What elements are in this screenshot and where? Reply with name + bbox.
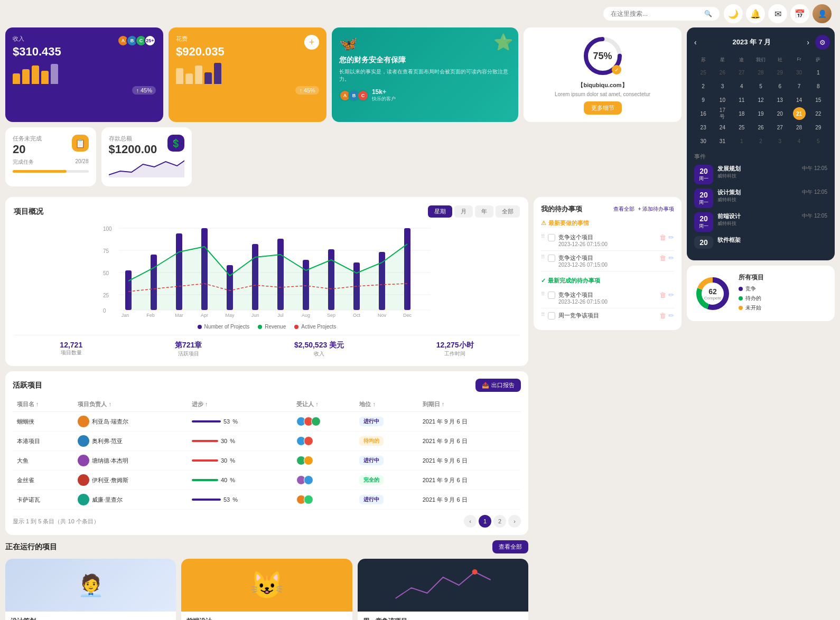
cal-day[interactable]: 19 xyxy=(754,107,767,120)
cal-day[interactable]: 12 xyxy=(754,93,767,106)
mail-button[interactable]: ✉ xyxy=(768,4,787,23)
cal-day[interactable]: 25 xyxy=(735,121,748,134)
cal-day-17[interactable]: 17号 xyxy=(716,107,729,120)
todo-checkbox-4[interactable] xyxy=(548,312,555,320)
cal-day[interactable]: 28 xyxy=(754,66,767,79)
cal-day[interactable]: 15 xyxy=(812,93,825,106)
edit-icon-4[interactable]: ✏ xyxy=(668,312,674,320)
drag-icon-1[interactable]: ⠿ xyxy=(541,233,545,239)
event-time-1: 中午 12:05 xyxy=(802,165,827,172)
user-avatar[interactable]: 👤 xyxy=(813,4,832,23)
cal-day[interactable]: 27 xyxy=(735,66,748,79)
cal-day[interactable]: 1 xyxy=(812,66,825,79)
cal-day[interactable]: 29 xyxy=(812,121,825,134)
cal-day[interactable]: 4 xyxy=(735,80,748,92)
drag-icon-4[interactable]: ⠿ xyxy=(541,312,545,317)
search-box[interactable]: 🔍 xyxy=(603,7,720,21)
edit-icon-2[interactable]: ✏ xyxy=(668,254,674,262)
donut-title: 所有项目 xyxy=(739,273,827,282)
col-status[interactable]: 地位 ↑ xyxy=(355,397,418,412)
edit-icon-1[interactable]: ✏ xyxy=(668,233,674,241)
cal-day[interactable]: 16 xyxy=(697,107,710,120)
cal-day[interactable]: 25 xyxy=(697,66,710,79)
tab-month[interactable]: 月 xyxy=(454,205,473,218)
dark-mode-toggle[interactable]: 🌙 xyxy=(724,4,743,23)
delete-icon-2[interactable]: 🗑 xyxy=(659,254,666,262)
tab-week[interactable]: 星期 xyxy=(428,205,452,218)
assignee-av xyxy=(304,495,313,504)
circle-detail-btn[interactable]: 更多细节 xyxy=(584,101,622,115)
cal-day[interactable]: 26 xyxy=(754,121,767,134)
page-2-btn[interactable]: 2 xyxy=(493,515,506,528)
cal-day[interactable]: 3 xyxy=(716,80,729,92)
donut-label-3: 未开始 xyxy=(745,304,761,312)
col-due[interactable]: 到期日 ↑ xyxy=(418,397,521,412)
drag-icon-3[interactable]: ⠿ xyxy=(541,291,545,297)
next-month-btn[interactable]: › xyxy=(807,38,809,46)
cal-day-today[interactable]: 21 xyxy=(793,107,806,120)
cal-day[interactable]: 28 xyxy=(793,121,806,134)
col-name[interactable]: 项目名 ↑ xyxy=(13,397,73,412)
cal-day[interactable]: 3 xyxy=(773,135,786,147)
cal-day[interactable]: 2 xyxy=(697,80,710,92)
view-all-btn[interactable]: 查看全部 xyxy=(492,540,528,553)
cal-day[interactable]: 4 xyxy=(793,135,806,147)
cal-day[interactable]: 10 xyxy=(716,93,729,106)
cal-day[interactable]: 9 xyxy=(697,93,710,106)
cal-day[interactable]: 29 xyxy=(773,66,786,79)
todo-checkbox-2[interactable] xyxy=(548,255,555,262)
calendar-button[interactable]: 📅 xyxy=(790,4,809,23)
cal-day[interactable]: 22 xyxy=(812,107,825,120)
next-page-btn[interactable]: › xyxy=(508,515,521,528)
view-all-todo-link[interactable]: 查看全部 xyxy=(613,205,634,213)
event-4: 20 软件框架 xyxy=(694,236,827,249)
cal-day[interactable]: 18 xyxy=(735,107,748,120)
cal-day[interactable]: 11 xyxy=(735,93,748,106)
cal-header-th: 社 xyxy=(771,55,789,65)
col-progress[interactable]: 进步 ↑ xyxy=(188,397,292,412)
delete-icon-3[interactable]: 🗑 xyxy=(659,291,666,299)
cal-day[interactable]: 5 xyxy=(754,80,767,92)
cal-day[interactable]: 27 xyxy=(773,121,786,134)
todo-checkbox-3[interactable] xyxy=(548,292,555,299)
projects-table: 项目名 ↑ 项目负责人 ↑ 进步 ↑ 受让人 ↑ 地位 ↑ 到期日 ↑ 蝈蝈侠 xyxy=(13,397,521,510)
prev-page-btn[interactable]: ‹ xyxy=(464,515,477,528)
search-input[interactable] xyxy=(611,10,700,17)
cal-day[interactable]: 30 xyxy=(793,66,806,79)
notification-bell[interactable]: 🔔 xyxy=(746,4,765,23)
cal-day[interactable]: 31 xyxy=(716,135,729,147)
cal-day[interactable]: 23 xyxy=(697,121,710,134)
expense-add-btn[interactable]: + xyxy=(304,35,319,50)
delete-icon-1[interactable]: 🗑 xyxy=(659,233,666,241)
cal-day[interactable]: 24 xyxy=(716,121,729,134)
cal-day[interactable]: 8 xyxy=(812,80,825,92)
cal-day[interactable]: 30 xyxy=(697,135,710,147)
tab-all[interactable]: 全部 xyxy=(496,205,520,218)
project-thumb-icon-1: 🧑‍💼 xyxy=(78,573,104,598)
cal-day[interactable]: 13 xyxy=(773,93,786,106)
project-body-2: 前端设计 A B C 21+ 团队 到期日 2021 年 9 月 6 日 xyxy=(181,612,352,620)
cal-day[interactable]: 7 xyxy=(793,80,806,92)
tab-year[interactable]: 年 xyxy=(475,205,493,218)
col-assignee[interactable]: 受让人 ↑ xyxy=(292,397,355,412)
cal-day[interactable]: 6 xyxy=(773,80,786,92)
cal-day[interactable]: 20 xyxy=(773,107,786,120)
cal-day[interactable]: 14 xyxy=(793,93,806,106)
revenue-label: 收入 xyxy=(13,35,61,43)
page-1-btn[interactable]: 1 xyxy=(479,515,491,528)
cal-day[interactable]: 5 xyxy=(812,135,825,147)
prev-month-btn[interactable]: ‹ xyxy=(694,38,697,46)
page-buttons[interactable]: ‹ 1 2 › xyxy=(464,515,521,528)
drag-icon-2[interactable]: ⠿ xyxy=(541,254,545,260)
todo-checkbox-1[interactable] xyxy=(548,234,555,241)
export-btn[interactable]: 📤 出口报告 xyxy=(475,379,521,392)
cal-day[interactable]: 2 xyxy=(754,135,767,147)
cal-day[interactable]: 26 xyxy=(716,66,729,79)
col-manager[interactable]: 项目负责人 ↑ xyxy=(73,397,188,412)
add-todo-link[interactable]: + 添加待办事项 xyxy=(638,205,674,213)
edit-icon-3[interactable]: ✏ xyxy=(668,291,674,299)
tasks-label: 任务未完成 xyxy=(13,135,42,143)
calendar-settings-btn[interactable]: ⚙ xyxy=(815,35,830,50)
cal-day[interactable]: 1 xyxy=(735,135,748,147)
delete-icon-4[interactable]: 🗑 xyxy=(659,312,666,320)
